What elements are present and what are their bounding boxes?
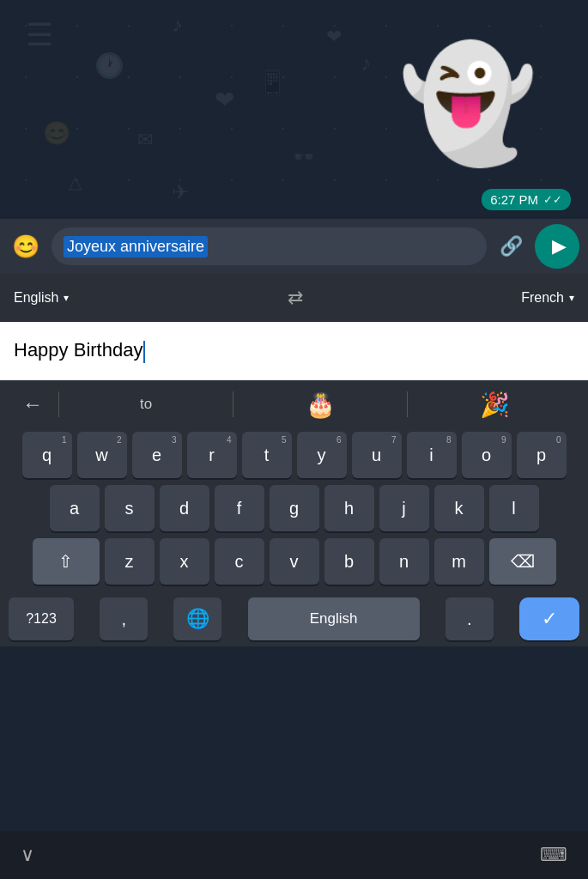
key-n[interactable]: n [379,538,429,585]
keyboard-bottom-row: ?123 , 🌐 English . ✓ [0,591,588,646]
message-selected-text: Joyeux anniversaire [64,236,208,258]
ghost-emoji: 👻 [398,47,537,159]
key-p[interactable]: 0p [517,432,567,478]
target-language-selector[interactable]: French ▾ [521,290,574,306]
key-o[interactable]: 9o [462,432,512,478]
key-t[interactable]: 5t [242,432,292,478]
attachment-button[interactable]: 🔗 [495,231,526,262]
key-l[interactable]: l [489,485,539,531]
key-e[interactable]: 3e [132,432,182,478]
comma-key[interactable]: , [100,597,148,640]
bottom-navigation: ∨ ⌨ [0,831,588,879]
key-m[interactable]: m [434,538,484,585]
suggestion-emoji-party[interactable]: 🎉 [408,391,581,419]
key-z[interactable]: z [105,538,155,585]
language-key[interactable]: English [248,597,420,640]
send-button[interactable]: ▶ [535,224,579,269]
translation-bar: English ▾ ⇄ French ▾ [0,274,588,322]
back-icon: ← [22,392,43,416]
period-key[interactable]: . [446,597,494,640]
timestamp-text: 6:27 PM [490,192,538,207]
globe-key[interactable]: 🌐 [173,597,221,640]
text-cursor [143,341,145,363]
chevron-down-icon[interactable]: ∨ [21,844,34,866]
key-v[interactable]: v [270,538,319,585]
suggestion-bar: ← to 🎂 🎉 [0,380,588,428]
keyboard-row-2: a s d f g h j k l [0,485,588,531]
message-input-field[interactable]: Joyeux anniversaire [52,227,487,265]
key-s[interactable]: s [105,485,155,531]
source-language-label: English [14,290,58,306]
key-c[interactable]: c [215,538,264,585]
key-w[interactable]: 2w [77,432,127,478]
keyboard-icon[interactable]: ⌨ [540,844,567,866]
key-g[interactable]: g [270,485,319,531]
key-k[interactable]: k [434,485,484,531]
key-f[interactable]: f [215,485,264,531]
key-b[interactable]: b [324,538,374,585]
translation-input-text: Happy Birthday [14,339,574,362]
target-language-label: French [521,290,564,306]
suggestion-back-button[interactable]: ← [7,380,58,428]
key-j[interactable]: j [379,485,429,531]
source-language-selector[interactable]: English ▾ [14,290,69,306]
timestamp-bubble: 6:27 PM ✓✓ [482,189,571,210]
send-icon: ▶ [552,235,567,258]
swap-languages-button[interactable]: ⇄ [288,287,303,309]
backspace-key[interactable]: ⌫ [489,538,556,585]
read-receipts: ✓✓ [543,193,562,206]
key-u[interactable]: 7u [352,432,402,478]
keyboard-row-1: 1q 2w 3e 4r 5t 6y 7u 8i 9o 0p [0,432,588,478]
emoji-icon: 😊 [12,233,39,260]
key-d[interactable]: d [160,485,209,531]
key-h[interactable]: h [324,485,374,531]
emoji-button[interactable]: 😊 [9,229,43,264]
translation-input-container[interactable]: Happy Birthday [0,322,588,380]
ghost-sticker: 👻 [373,9,562,197]
keyboard: 1q 2w 3e 4r 5t 6y 7u 8i 9o 0p a s d f g … [0,428,588,646]
suggestion-emoji-birthday-cake[interactable]: 🎂 [233,391,407,419]
attachment-icon: 🔗 [500,235,523,258]
key-x[interactable]: x [160,538,209,585]
globe-icon: 🌐 [186,608,209,630]
message-bar: 😊 Joyeux anniversaire 🔗 ▶ [0,219,588,274]
key-i[interactable]: 8i [407,432,457,478]
key-a[interactable]: a [50,485,100,531]
suggestion-to[interactable]: to [59,396,233,413]
shift-key[interactable]: ⇧ [33,538,100,585]
source-language-dropdown-arrow: ▾ [64,292,69,304]
num-sym-key[interactable]: ?123 [9,597,74,640]
key-r[interactable]: 4r [187,432,237,478]
enter-key[interactable]: ✓ [519,597,579,640]
swap-icon: ⇄ [288,287,303,308]
checkmark-icon: ✓ [542,608,557,630]
key-y[interactable]: 6y [297,432,347,478]
target-language-dropdown-arrow: ▾ [569,292,574,304]
key-q[interactable]: 1q [22,432,72,478]
keyboard-row-3: ⇧ z x c v b n m ⌫ [0,538,588,585]
